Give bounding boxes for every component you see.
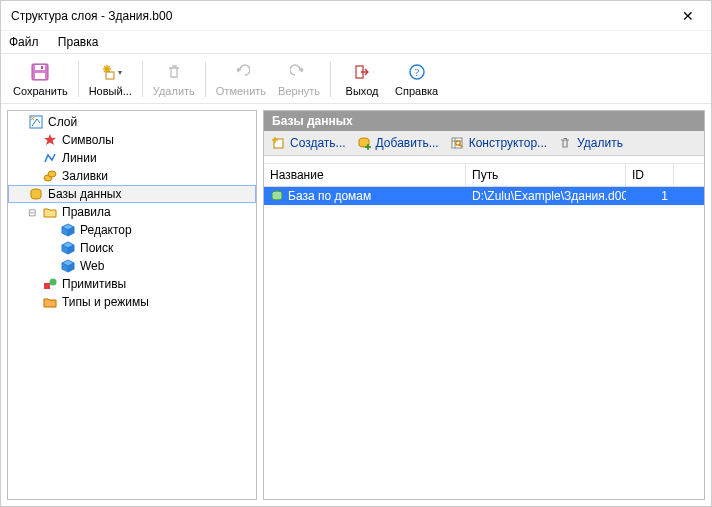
menubar: Файл Правка <box>1 31 711 53</box>
tree-label: Линии <box>62 151 97 165</box>
add-icon <box>356 135 372 151</box>
primitives-icon <box>42 276 58 292</box>
tree-panel: Слой Символы Линии З <box>7 110 257 500</box>
database-icon <box>28 186 44 202</box>
svg-point-15 <box>48 171 56 177</box>
menu-file[interactable]: Файл <box>9 35 39 49</box>
new-label: Новый... <box>89 85 132 97</box>
cell-id: 1 <box>626 187 674 205</box>
exit-button[interactable]: Выход <box>335 60 389 99</box>
tree-label: Примитивы <box>62 277 126 291</box>
titlebar: Структура слоя - Здания.b00 ✕ <box>1 1 711 31</box>
cube-icon <box>60 240 76 256</box>
constructor-icon <box>449 135 465 151</box>
toolbar-separator <box>142 62 143 97</box>
svg-rect-8 <box>106 72 114 79</box>
tree-label: Слой <box>48 115 77 129</box>
save-icon <box>31 62 49 82</box>
toolbar: Сохранить ▾ Новый... Удалить Отменить Ве… <box>1 53 711 104</box>
databases-table: Название Путь ID База по домам D:\Zulu\E… <box>264 162 704 205</box>
tree-label: Типы и режимы <box>62 295 149 309</box>
content-area: Слой Символы Линии З <box>1 104 711 506</box>
table-body: База по домам D:\Zulu\Example\Здания.d00… <box>264 187 704 205</box>
chevron-down-icon: ▾ <box>118 68 122 77</box>
toolbar-separator <box>330 62 331 97</box>
delete-button[interactable]: Удалить <box>147 60 201 99</box>
layer-tree: Слой Символы Линии З <box>8 111 256 313</box>
exit-label: Выход <box>346 85 379 97</box>
undo-label: Отменить <box>216 85 266 97</box>
undo-button[interactable]: Отменить <box>210 60 272 99</box>
tree-item-types[interactable]: Типы и режимы <box>8 293 256 311</box>
cube-icon <box>60 258 76 274</box>
save-button[interactable]: Сохранить <box>7 60 74 99</box>
tree-label: Правила <box>62 205 111 219</box>
svg-rect-26 <box>44 283 50 289</box>
tree-item-search[interactable]: Поиск <box>8 239 256 257</box>
help-icon: ? <box>408 62 426 82</box>
help-button[interactable]: ? Справка <box>389 60 444 99</box>
svg-rect-3 <box>41 66 43 69</box>
svg-text:?: ? <box>414 66 419 78</box>
panel-delete-label: Удалить <box>577 136 623 150</box>
tree-item-editor[interactable]: Редактор <box>8 221 256 239</box>
help-label: Справка <box>395 85 438 97</box>
panel-delete-button[interactable]: Удалить <box>557 135 623 151</box>
star-icon <box>42 132 58 148</box>
col-id[interactable]: ID <box>626 164 674 186</box>
table-header: Название Путь ID <box>264 163 704 187</box>
delete-label: Удалить <box>153 85 195 97</box>
svg-rect-1 <box>35 65 45 70</box>
new-icon <box>98 62 116 82</box>
tree-label: Поиск <box>80 241 113 255</box>
create-label: Создать... <box>290 136 346 150</box>
tree-item-web[interactable]: Web <box>8 257 256 275</box>
tree-label: Web <box>80 259 104 273</box>
toolbar-separator <box>78 62 79 97</box>
exit-icon <box>353 62 371 82</box>
cube-icon <box>60 222 76 238</box>
toolbar-separator <box>205 62 206 97</box>
panel-toolbar: Создать... Добавить... Конструктор... Уд… <box>264 131 704 156</box>
save-label: Сохранить <box>13 85 68 97</box>
trash-icon <box>557 135 573 151</box>
close-button[interactable]: ✕ <box>667 2 709 30</box>
col-path[interactable]: Путь <box>466 164 626 186</box>
tree-item-fills[interactable]: Заливки <box>8 167 256 185</box>
redo-icon <box>290 62 308 82</box>
constructor-button[interactable]: Конструктор... <box>449 135 547 151</box>
create-button[interactable]: Создать... <box>270 135 346 151</box>
cell-name: База по домам <box>288 189 371 203</box>
svg-rect-2 <box>35 73 45 79</box>
constructor-label: Конструктор... <box>469 136 547 150</box>
close-icon: ✕ <box>682 8 694 24</box>
menu-edit[interactable]: Правка <box>58 35 99 49</box>
table-row[interactable]: База по домам D:\Zulu\Example\Здания.d00… <box>264 187 704 205</box>
redo-button[interactable]: Вернуть <box>272 60 326 99</box>
db-row-icon <box>270 189 284 203</box>
tree-item-lines[interactable]: Линии <box>8 149 256 167</box>
add-label: Добавить... <box>376 136 439 150</box>
folder-icon <box>42 204 58 220</box>
redo-label: Вернуть <box>278 85 320 97</box>
tree-item-databases[interactable]: Базы данных <box>8 185 256 203</box>
tree-item-primitives[interactable]: Примитивы <box>8 275 256 293</box>
tree-root-layer[interactable]: Слой <box>8 113 256 131</box>
tree-label: Базы данных <box>48 187 121 201</box>
lines-icon <box>42 150 58 166</box>
tree-label: Символы <box>62 133 114 147</box>
panel-title: Базы данных <box>264 111 704 131</box>
tree-item-rules[interactable]: ⊟ Правила <box>8 203 256 221</box>
add-button[interactable]: Добавить... <box>356 135 439 151</box>
svg-point-27 <box>50 279 57 286</box>
create-icon <box>270 135 286 151</box>
window-title: Структура слоя - Здания.b00 <box>11 9 667 23</box>
svg-marker-13 <box>44 134 56 145</box>
collapse-icon[interactable]: ⊟ <box>26 207 38 218</box>
col-name[interactable]: Название <box>264 164 466 186</box>
detail-panel: Базы данных Создать... Добавить... Конст… <box>263 110 705 500</box>
cell-path: D:\Zulu\Example\Здания.d00 <box>466 187 626 205</box>
new-button[interactable]: ▾ Новый... <box>83 60 138 99</box>
tree-label: Редактор <box>80 223 132 237</box>
tree-item-symbols[interactable]: Символы <box>8 131 256 149</box>
